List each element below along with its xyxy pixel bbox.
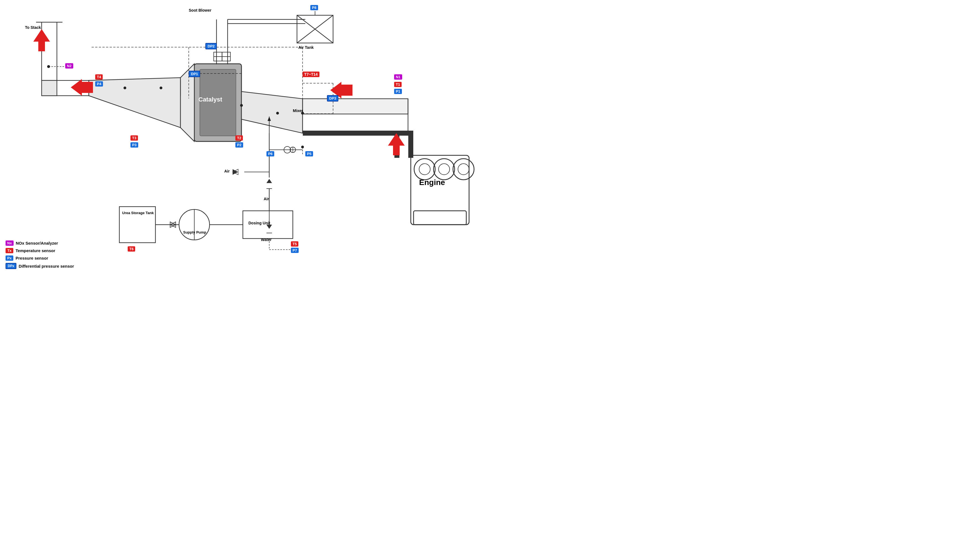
legend: Nx NOx Sensor/Analyzer Tx Temperature se… <box>6 240 74 269</box>
svg-marker-85 <box>71 79 93 96</box>
sensor-P4: P4 <box>95 81 103 87</box>
svg-point-3 <box>414 159 435 180</box>
legend-pressure: Px Pressure sensor <box>6 256 74 261</box>
sensor-P2: P2 <box>236 142 243 148</box>
stack-arrow <box>33 29 50 52</box>
sensor-P7: P7 <box>291 248 299 253</box>
svg-marker-84 <box>33 29 50 51</box>
sensor-N2: N2 <box>65 63 73 69</box>
svg-point-67 <box>124 87 126 89</box>
svg-point-70 <box>276 112 279 114</box>
svg-point-8 <box>458 164 469 175</box>
sensor-T2: T2 <box>236 135 243 141</box>
svg-point-68 <box>160 87 162 89</box>
svg-point-69 <box>240 104 243 107</box>
sensor-P1: P1 <box>394 89 402 94</box>
diagram-container: Soot Blower Air Tank To Stack Catalyst M… <box>0 0 481 280</box>
urea-tank-label: Urea Storage Tank <box>122 211 154 216</box>
dosing-unit-label: Dosing Unit <box>249 220 270 225</box>
supply-pump-label: Supply Pump <box>183 230 206 235</box>
legend-nox-text: NOx Sensor/Analyzer <box>16 241 58 245</box>
air-label1: Air <box>224 169 229 174</box>
legend-pressure-text: Pressure sensor <box>16 256 48 261</box>
sensor-P3: P3 <box>131 142 138 148</box>
legend-nox-badge: Nx <box>6 240 14 246</box>
svg-rect-14 <box>302 99 408 114</box>
sensor-P5: P5 <box>305 151 313 156</box>
engine-exhaust-arrow <box>388 133 405 156</box>
svg-point-5 <box>434 159 455 180</box>
sensor-T7T14: T7~T14 <box>302 72 320 77</box>
sensor-DP3: DP3 <box>327 95 338 101</box>
legend-nox: Nx NOx Sensor/Analyzer <box>6 240 74 246</box>
sensor-T1: T1 <box>394 82 402 87</box>
legend-temp-badge: Tx <box>6 248 13 253</box>
water-label: Water <box>261 237 271 242</box>
mixer-label: Mixer <box>293 108 303 113</box>
air-label2: Air <box>264 196 269 201</box>
sensor-T6: T6 <box>128 246 135 251</box>
engine-label: Engine <box>419 177 445 188</box>
air-tank-label: Air Tank <box>299 45 314 50</box>
sensor-N1: N1 <box>394 74 402 80</box>
svg-rect-29 <box>42 80 57 96</box>
legend-temp-text: Temperature sensor <box>16 248 55 253</box>
sensor-T4: T4 <box>95 74 103 80</box>
sensor-T3: T3 <box>131 135 138 141</box>
svg-marker-87 <box>388 133 405 155</box>
sensor-P6: P6 <box>266 151 274 156</box>
left-flow-arrow <box>71 79 93 97</box>
svg-point-6 <box>439 164 450 175</box>
svg-rect-9 <box>413 211 466 225</box>
legend-dp-text: Differential pressure sensor <box>19 264 74 269</box>
svg-point-4 <box>419 164 430 175</box>
legend-temp: Tx Temperature sensor <box>6 248 74 253</box>
svg-marker-44 <box>266 179 272 183</box>
catalyst-label: Catalyst <box>199 96 222 104</box>
sensor-T5: T5 <box>291 241 299 246</box>
svg-point-7 <box>453 159 474 180</box>
legend-pressure-badge: Px <box>6 256 13 261</box>
legend-dp-badge: DPx <box>6 263 16 269</box>
legend-dp: DPx Differential pressure sensor <box>6 263 74 269</box>
sensor-DP2: DP2 <box>205 43 217 49</box>
sensor-P8: P8 <box>310 5 318 10</box>
soot-blower-label: Soot Blower <box>189 8 211 13</box>
sensor-DP1: DP1 <box>189 71 200 77</box>
